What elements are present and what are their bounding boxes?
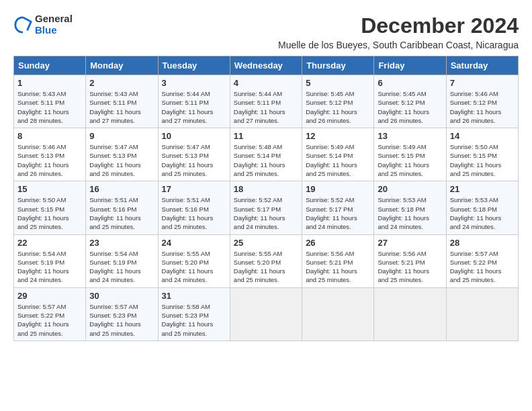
day-number: 1 — [17, 78, 82, 88]
calendar-cell: 28Sunrise: 5:57 AM Sunset: 5:22 PM Dayli… — [446, 234, 518, 287]
day-info: Sunrise: 5:50 AM Sunset: 5:15 PM Dayligh… — [17, 195, 82, 231]
day-info: Sunrise: 5:52 AM Sunset: 5:17 PM Dayligh… — [306, 195, 370, 231]
calendar-cell — [374, 287, 446, 340]
day-number: 11 — [234, 131, 298, 141]
day-number: 7 — [450, 78, 515, 88]
logo-icon — [13, 15, 32, 34]
day-info: Sunrise: 5:54 AM Sunset: 5:19 PM Dayligh… — [89, 249, 154, 285]
day-number: 17 — [162, 184, 226, 194]
calendar-week-5: 29Sunrise: 5:57 AM Sunset: 5:22 PM Dayli… — [14, 287, 519, 340]
calendar-week-1: 1Sunrise: 5:43 AM Sunset: 5:11 PM Daylig… — [14, 75, 519, 128]
calendar-cell: 7Sunrise: 5:46 AM Sunset: 5:12 PM Daylig… — [446, 75, 518, 128]
calendar-header: SundayMondayTuesdayWednesdayThursdayFrid… — [14, 56, 519, 75]
day-info: Sunrise: 5:43 AM Sunset: 5:11 PM Dayligh… — [89, 89, 154, 125]
calendar-cell — [302, 287, 374, 340]
day-number: 13 — [378, 131, 442, 141]
calendar-cell: 24Sunrise: 5:55 AM Sunset: 5:20 PM Dayli… — [158, 234, 230, 287]
day-info: Sunrise: 5:46 AM Sunset: 5:12 PM Dayligh… — [450, 89, 515, 125]
day-info: Sunrise: 5:58 AM Sunset: 5:23 PM Dayligh… — [162, 302, 226, 338]
day-header-tuesday: Tuesday — [158, 56, 230, 75]
logo: General Blue — [13, 13, 73, 36]
calendar-cell: 11Sunrise: 5:48 AM Sunset: 5:14 PM Dayli… — [230, 128, 302, 181]
day-number: 16 — [89, 184, 154, 194]
calendar-cell: 6Sunrise: 5:45 AM Sunset: 5:12 PM Daylig… — [374, 75, 446, 128]
day-info: Sunrise: 5:56 AM Sunset: 5:21 PM Dayligh… — [306, 249, 370, 285]
calendar-cell: 21Sunrise: 5:53 AM Sunset: 5:18 PM Dayli… — [446, 181, 518, 234]
day-info: Sunrise: 5:57 AM Sunset: 5:23 PM Dayligh… — [89, 302, 154, 338]
day-info: Sunrise: 5:52 AM Sunset: 5:17 PM Dayligh… — [234, 195, 298, 231]
calendar-cell: 14Sunrise: 5:50 AM Sunset: 5:15 PM Dayli… — [446, 128, 518, 181]
day-info: Sunrise: 5:55 AM Sunset: 5:20 PM Dayligh… — [234, 249, 298, 285]
day-number: 5 — [306, 78, 370, 88]
day-number: 2 — [89, 78, 154, 88]
day-number: 6 — [378, 78, 442, 88]
calendar-cell: 27Sunrise: 5:56 AM Sunset: 5:21 PM Dayli… — [374, 234, 446, 287]
page-header: General Blue December 2024 Muelle de los… — [13, 13, 519, 50]
title-block: December 2024 Muelle de los Bueyes, Sout… — [278, 13, 519, 50]
day-header-friday: Friday — [374, 56, 446, 75]
day-info: Sunrise: 5:46 AM Sunset: 5:13 PM Dayligh… — [17, 142, 82, 178]
calendar-cell: 19Sunrise: 5:52 AM Sunset: 5:17 PM Dayli… — [302, 181, 374, 234]
day-info: Sunrise: 5:45 AM Sunset: 5:12 PM Dayligh… — [306, 89, 370, 125]
calendar-cell: 20Sunrise: 5:53 AM Sunset: 5:18 PM Dayli… — [374, 181, 446, 234]
day-info: Sunrise: 5:44 AM Sunset: 5:11 PM Dayligh… — [162, 89, 226, 125]
calendar-cell: 12Sunrise: 5:49 AM Sunset: 5:14 PM Dayli… — [302, 128, 374, 181]
day-number: 28 — [450, 238, 515, 248]
calendar-cell: 17Sunrise: 5:51 AM Sunset: 5:16 PM Dayli… — [158, 181, 230, 234]
calendar-cell: 3Sunrise: 5:44 AM Sunset: 5:11 PM Daylig… — [158, 75, 230, 128]
calendar-cell: 1Sunrise: 5:43 AM Sunset: 5:11 PM Daylig… — [14, 75, 86, 128]
day-number: 3 — [162, 78, 226, 88]
day-info: Sunrise: 5:51 AM Sunset: 5:16 PM Dayligh… — [162, 195, 226, 231]
day-info: Sunrise: 5:49 AM Sunset: 5:15 PM Dayligh… — [378, 142, 442, 178]
day-info: Sunrise: 5:53 AM Sunset: 5:18 PM Dayligh… — [378, 195, 442, 231]
day-header-thursday: Thursday — [302, 56, 374, 75]
day-number: 18 — [234, 184, 298, 194]
calendar-cell: 23Sunrise: 5:54 AM Sunset: 5:19 PM Dayli… — [86, 234, 158, 287]
day-info: Sunrise: 5:45 AM Sunset: 5:12 PM Dayligh… — [378, 89, 442, 125]
calendar-week-3: 15Sunrise: 5:50 AM Sunset: 5:15 PM Dayli… — [14, 181, 519, 234]
day-number: 12 — [306, 131, 370, 141]
day-number: 31 — [162, 291, 226, 301]
day-number: 30 — [89, 291, 154, 301]
calendar-cell: 15Sunrise: 5:50 AM Sunset: 5:15 PM Dayli… — [14, 181, 86, 234]
logo-general-text: General — [35, 13, 73, 25]
day-number: 8 — [17, 131, 82, 141]
day-header-wednesday: Wednesday — [230, 56, 302, 75]
day-number: 10 — [162, 131, 226, 141]
day-info: Sunrise: 5:44 AM Sunset: 5:11 PM Dayligh… — [234, 89, 298, 125]
day-info: Sunrise: 5:57 AM Sunset: 5:22 PM Dayligh… — [17, 302, 82, 338]
day-number: 9 — [89, 131, 154, 141]
day-info: Sunrise: 5:48 AM Sunset: 5:14 PM Dayligh… — [234, 142, 298, 178]
calendar-week-2: 8Sunrise: 5:46 AM Sunset: 5:13 PM Daylig… — [14, 128, 519, 181]
day-number: 29 — [17, 291, 82, 301]
day-number: 19 — [306, 184, 370, 194]
calendar-cell: 5Sunrise: 5:45 AM Sunset: 5:12 PM Daylig… — [302, 75, 374, 128]
day-info: Sunrise: 5:47 AM Sunset: 5:13 PM Dayligh… — [162, 142, 226, 178]
calendar-cell: 31Sunrise: 5:58 AM Sunset: 5:23 PM Dayli… — [158, 287, 230, 340]
day-info: Sunrise: 5:49 AM Sunset: 5:14 PM Dayligh… — [306, 142, 370, 178]
day-header-row: SundayMondayTuesdayWednesdayThursdayFrid… — [14, 56, 519, 75]
day-info: Sunrise: 5:54 AM Sunset: 5:19 PM Dayligh… — [17, 249, 82, 285]
day-info: Sunrise: 5:50 AM Sunset: 5:15 PM Dayligh… — [450, 142, 515, 178]
calendar-cell: 9Sunrise: 5:47 AM Sunset: 5:13 PM Daylig… — [86, 128, 158, 181]
day-number: 23 — [89, 238, 154, 248]
location-title: Muelle de los Bueyes, South Caribbean Co… — [278, 40, 519, 50]
calendar-cell — [230, 287, 302, 340]
day-info: Sunrise: 5:56 AM Sunset: 5:21 PM Dayligh… — [378, 249, 442, 285]
calendar-table: SundayMondayTuesdayWednesdayThursdayFrid… — [13, 56, 519, 341]
day-number: 21 — [450, 184, 515, 194]
day-number: 20 — [378, 184, 442, 194]
day-header-sunday: Sunday — [14, 56, 86, 75]
calendar-cell: 26Sunrise: 5:56 AM Sunset: 5:21 PM Dayli… — [302, 234, 374, 287]
day-number: 26 — [306, 238, 370, 248]
day-number: 14 — [450, 131, 515, 141]
calendar-cell: 4Sunrise: 5:44 AM Sunset: 5:11 PM Daylig… — [230, 75, 302, 128]
calendar-cell: 18Sunrise: 5:52 AM Sunset: 5:17 PM Dayli… — [230, 181, 302, 234]
logo-blue-text: Blue — [35, 25, 73, 36]
day-header-monday: Monday — [86, 56, 158, 75]
day-info: Sunrise: 5:53 AM Sunset: 5:18 PM Dayligh… — [450, 195, 515, 231]
day-info: Sunrise: 5:55 AM Sunset: 5:20 PM Dayligh… — [162, 249, 226, 285]
month-title: December 2024 — [278, 13, 519, 38]
day-number: 24 — [162, 238, 226, 248]
calendar-cell: 25Sunrise: 5:55 AM Sunset: 5:20 PM Dayli… — [230, 234, 302, 287]
